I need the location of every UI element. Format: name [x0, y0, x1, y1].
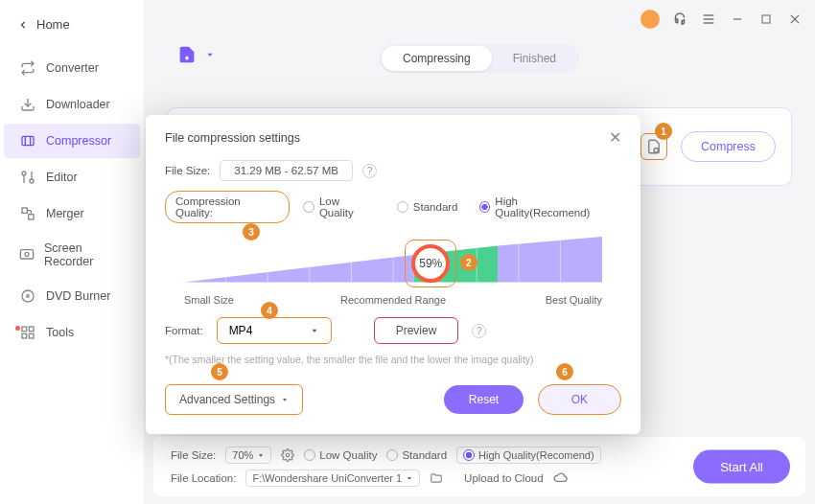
tools-icon: [19, 324, 36, 341]
svg-point-20: [25, 252, 29, 256]
add-file-icon[interactable]: [176, 44, 198, 65]
modal-close-icon[interactable]: ✕: [609, 128, 621, 147]
chevron-down-icon: [281, 396, 289, 403]
folder-icon[interactable]: [430, 471, 443, 485]
sidebar-item-label: Editor: [46, 171, 78, 184]
avatar[interactable]: [640, 10, 660, 29]
screen-recorder-icon: [19, 246, 35, 263]
badge-2: 2: [460, 254, 477, 271]
footer-location-select[interactable]: F:\Wondershare UniConverter 1: [245, 470, 420, 487]
sidebar-item-label: Merger: [46, 207, 84, 220]
sidebar-item-label: Compressor: [46, 134, 111, 148]
ok-button[interactable]: OK: [538, 384, 621, 415]
sidebar: Home Converter Downloader Compressor Edi…: [0, 0, 144, 504]
footer-radio-standard[interactable]: Standard: [386, 449, 447, 461]
close-icon[interactable]: [786, 11, 803, 28]
slider-label-left: Small Size: [184, 294, 234, 306]
slider-handle[interactable]: 59%: [411, 244, 450, 283]
radio-standard[interactable]: Standard: [397, 201, 458, 213]
merger-icon: [19, 205, 36, 222]
compression-quality-label: Compression Quality:: [165, 191, 290, 223]
back-button[interactable]: Home: [0, 8, 144, 41]
sidebar-item-label: Downloader: [46, 98, 110, 111]
tab-finished[interactable]: Finished: [492, 46, 577, 71]
svg-point-30: [287, 453, 291, 457]
badge-4: 4: [261, 302, 278, 319]
footer-radio-high[interactable]: High Quality(Recomend): [456, 447, 600, 464]
sidebar-item-compressor[interactable]: Compressor: [4, 124, 140, 158]
hint-text: *(The smaller the setting value, the sma…: [165, 354, 621, 365]
badge-5: 5: [211, 363, 228, 380]
svg-rect-23: [22, 327, 27, 332]
preview-button[interactable]: Preview: [374, 317, 459, 344]
footer-filesize-label: File Size:: [171, 449, 216, 461]
start-all-button[interactable]: Start All: [693, 450, 790, 484]
support-icon[interactable]: [671, 11, 688, 28]
chevron-down-icon[interactable]: [205, 50, 215, 59]
svg-point-11: [22, 172, 26, 175]
maximize-icon[interactable]: [757, 11, 775, 28]
svg-marker-44: [312, 330, 316, 332]
sidebar-item-converter[interactable]: Converter: [4, 51, 140, 85]
sidebar-item-downloader[interactable]: Downloader: [4, 87, 140, 122]
converter-icon: [19, 59, 36, 77]
format-dropdown[interactable]: MP4: [217, 317, 332, 344]
compression-settings-modal: File compression settings ✕ File Size: 3…: [146, 115, 640, 434]
filesize-label: File Size:: [165, 165, 210, 176]
footer-radio-low[interactable]: Low Quality: [304, 449, 377, 461]
slider-wedge: [184, 237, 602, 287]
footer-filesize-select[interactable]: 70%: [225, 447, 271, 464]
gear-icon[interactable]: [281, 448, 294, 462]
tab-compressing[interactable]: Compressing: [382, 46, 492, 71]
editor-icon: [19, 169, 36, 186]
svg-point-28: [654, 149, 659, 153]
sidebar-item-screen-recorder[interactable]: Screen Recorder: [4, 233, 140, 277]
svg-rect-24: [29, 327, 34, 332]
advanced-settings-button[interactable]: Advanced Settings: [165, 384, 303, 415]
svg-marker-27: [208, 54, 213, 57]
menu-icon[interactable]: [700, 11, 717, 28]
slider-label-right: Best Quality: [546, 294, 602, 306]
filesize-value: 31.29 MB - 62.57 MB: [220, 160, 353, 181]
quality-slider[interactable]: 59% 3 2: [184, 237, 602, 290]
footer-location-label: File Location:: [171, 472, 236, 484]
notification-dot: [15, 326, 20, 331]
badge-3: 3: [243, 223, 260, 241]
sidebar-item-label: Tools: [46, 326, 74, 339]
svg-point-21: [22, 290, 34, 302]
sidebar-item-dvd-burner[interactable]: DVD Burner: [4, 279, 140, 313]
status-tabs: Compressing Finished: [380, 44, 579, 73]
svg-point-12: [30, 179, 34, 183]
svg-rect-19: [20, 250, 33, 259]
format-label: Format:: [165, 325, 203, 336]
badge-6: 6: [556, 363, 573, 380]
settings-page-icon[interactable]: 1: [640, 133, 667, 160]
sidebar-item-merger[interactable]: Merger: [4, 196, 140, 231]
compress-button[interactable]: Compress: [681, 131, 776, 162]
minimize-icon[interactable]: [729, 11, 746, 28]
help-icon[interactable]: ?: [362, 164, 377, 178]
svg-point-22: [27, 295, 30, 298]
sidebar-item-label: Converter: [46, 61, 99, 75]
chevron-down-icon: [310, 326, 319, 335]
radio-low-quality[interactable]: Low Quality: [303, 195, 376, 218]
dvd-burner-icon: [19, 287, 36, 305]
sidebar-item-label: DVD Burner: [46, 289, 110, 303]
footer-upload-label: Upload to Cloud: [464, 472, 543, 484]
downloader-icon: [19, 96, 36, 113]
sidebar-item-editor[interactable]: Editor: [4, 160, 140, 195]
svg-rect-25: [22, 333, 27, 338]
sidebar-item-label: Screen Recorder: [44, 241, 125, 268]
badge-1: 1: [655, 123, 672, 140]
help-icon[interactable]: ?: [472, 324, 486, 338]
cloud-icon[interactable]: [553, 470, 569, 486]
compressor-icon: [19, 132, 36, 149]
chevron-left-icon: [17, 19, 29, 31]
reset-button[interactable]: Reset: [444, 385, 524, 414]
slider-label-center: Recommended Range: [340, 294, 446, 306]
sidebar-item-tools[interactable]: Tools: [4, 315, 140, 350]
back-label: Home: [36, 17, 70, 32]
svg-rect-16: [29, 215, 34, 219]
svg-rect-8: [22, 136, 34, 145]
radio-high-quality[interactable]: High Quality(Recomend): [479, 195, 614, 218]
